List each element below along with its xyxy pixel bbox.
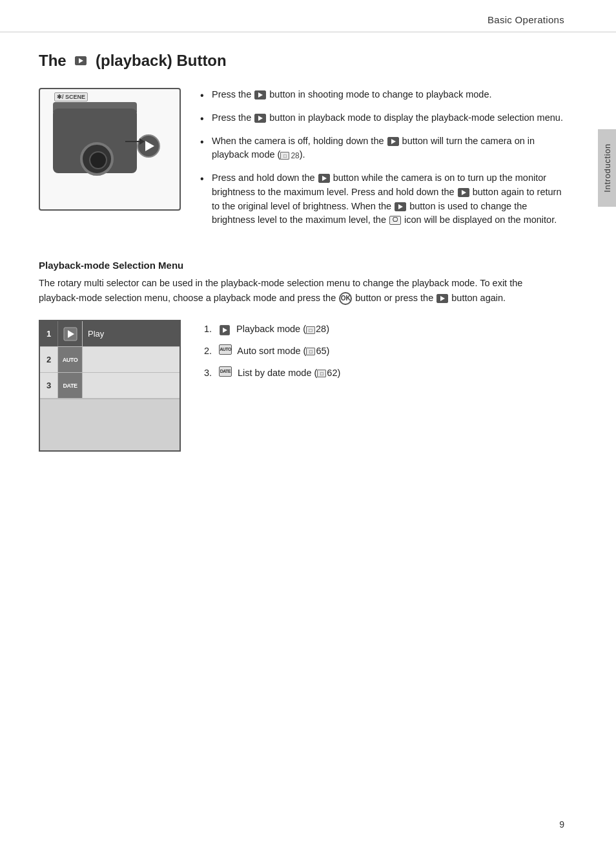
page-title-suffix: (playback) Button <box>91 52 226 70</box>
menu-item-2-text: Auto sort mode (□65) <box>235 344 329 359</box>
page: Basic Operations Introduction The (playb… <box>0 0 616 849</box>
bullet4b-play-icon <box>458 188 469 197</box>
bottom-section: 1 Play 2 AU <box>39 320 564 452</box>
auto-icon: AUTO <box>58 347 82 372</box>
play-icon-svg <box>63 327 77 341</box>
camera-lens-inner <box>89 151 107 169</box>
bullet4c-play-icon <box>395 202 406 211</box>
bullet-item-3: When the camera is off, holding down the… <box>200 134 564 163</box>
bullet-item-2: Press the button in playback mode to dis… <box>200 111 564 125</box>
playback-button-icon <box>75 56 87 65</box>
menu-item-1-num: 1. <box>204 322 216 337</box>
menu-item-entry-3: 3. DATE List by date mode (□62) <box>204 366 564 381</box>
playback-arrow <box>145 141 154 151</box>
menu-screenshot: 1 Play 2 AU <box>39 320 181 452</box>
menu-item-entry-2: 2. AUTO Auto sort mode (□65) <box>204 344 564 359</box>
bullet2-play-icon <box>254 114 266 123</box>
camera-lens <box>80 142 114 176</box>
scene-label: ✱/ SCENE <box>54 92 88 101</box>
monitor-icon: 🖵 <box>389 216 401 225</box>
playback-section-desc: The rotary multi selector can be used in… <box>39 276 564 306</box>
desc-play-icon <box>436 294 448 303</box>
playback-section: Playback-mode Selection Menu The rotary … <box>39 260 564 452</box>
bullet1-play-icon <box>254 90 266 100</box>
side-tab: Introduction <box>598 129 616 207</box>
menu-item-3-text: List by date mode (□62) <box>235 366 340 381</box>
menu-row-1: 1 Play <box>40 321 180 347</box>
page-title-prefix: The <box>39 52 70 70</box>
bullet-item-1: Press the button in shooting mode to cha… <box>200 88 564 102</box>
menu-row-2-icon: AUTO <box>58 347 83 372</box>
page-title: The (playback) Button <box>39 52 564 70</box>
bullet4a-play-icon <box>318 174 330 183</box>
menu-row-2: 2 AUTO <box>40 347 180 373</box>
auto-sort-icon-inline: AUTO <box>219 344 232 355</box>
date-icon-inline: DATE <box>219 366 232 377</box>
page-ref-28a: □28 <box>280 150 299 162</box>
bullet-list: Press the button in shooting mode to cha… <box>200 88 564 236</box>
header: Basic Operations <box>0 0 616 32</box>
date-icon: DATE <box>58 373 82 398</box>
menu-row-1-label: Play <box>83 329 180 339</box>
menu-items-list: 1. Playback mode (□28) 2. AUTO Auto sort… <box>204 320 564 388</box>
menu-gray-area <box>40 399 180 450</box>
main-content: The (playback) Button ✱/ SCENE <box>0 32 616 477</box>
camera-body <box>53 109 137 173</box>
ok-icon: OK <box>339 292 352 305</box>
bullet-item-4: Press and hold down the button while the… <box>200 171 564 227</box>
menu-row-3-icon: DATE <box>58 373 83 398</box>
playback-section-title: Playback-mode Selection Menu <box>39 260 564 271</box>
arrow-pointer <box>125 141 141 142</box>
footer: 9 <box>559 819 564 830</box>
bullet3-play-icon <box>387 137 399 146</box>
menu-row-3-num: 3 <box>40 373 58 398</box>
camera-illustration: ✱/ SCENE <box>39 88 181 211</box>
menu-row-3: 3 DATE <box>40 373 180 399</box>
side-tab-label: Introduction <box>602 143 612 193</box>
menu-item-1-text: Playback mode (□28) <box>234 322 329 337</box>
header-title: Basic Operations <box>488 14 564 25</box>
menu-row-2-num: 2 <box>40 347 58 372</box>
menu-row-1-icon <box>58 321 83 346</box>
top-section: ✱/ SCENE Press the button in shooting mo… <box>39 88 564 236</box>
menu-row-1-num: 1 <box>40 321 58 346</box>
menu-item-entry-1: 1. Playback mode (□28) <box>204 322 564 337</box>
menu-item-3-num: 3. <box>204 366 216 381</box>
menu-item-2-num: 2. <box>204 344 216 359</box>
page-number: 9 <box>559 819 564 830</box>
play-icon-inline-1 <box>220 325 230 335</box>
menu-item-1-icon-inline <box>218 322 231 337</box>
